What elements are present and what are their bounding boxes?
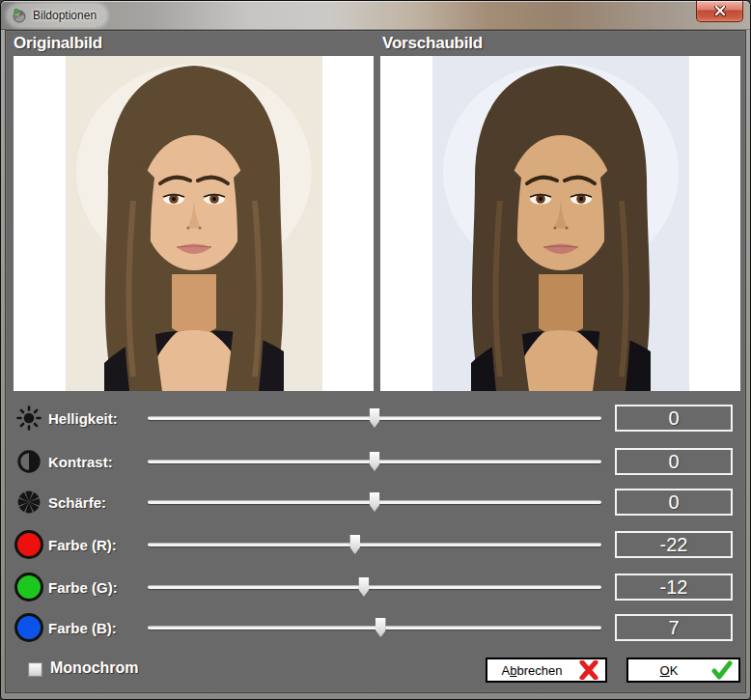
sharpness-icon	[14, 488, 43, 517]
sharpness-slider[interactable]	[148, 500, 601, 504]
dialog-content: Originalbild Vorschaubild H	[5, 30, 746, 693]
blue-channel-row: Farbe (B): 7	[6, 613, 745, 642]
window-title: Bildoptionen	[33, 9, 97, 22]
ok-check-icon	[709, 660, 735, 680]
cancel-button[interactable]: Abbrechen	[486, 658, 607, 683]
blue-channel-icon	[14, 613, 43, 642]
contrast-label: Kontrast:	[48, 454, 113, 470]
red-channel-slider-thumb[interactable]	[349, 535, 360, 554]
green-channel-slider[interactable]	[148, 585, 601, 589]
red-channel-slider[interactable]	[148, 543, 601, 546]
original-image-header: Originalbild	[14, 34, 102, 53]
sharpness-slider-thumb[interactable]	[370, 492, 380, 512]
brightness-slider-thumb[interactable]	[370, 408, 380, 428]
blue-channel-label: Farbe (B):	[48, 620, 117, 636]
title-bar[interactable]: Bildoptionen	[1, 1, 750, 30]
blue-channel-slider[interactable]	[148, 626, 601, 630]
blue-channel-slider-thumb[interactable]	[376, 618, 386, 637]
monochrome-checkbox[interactable]	[28, 662, 42, 677]
monochrome-label: Monochrom	[50, 659, 139, 677]
green-channel-value[interactable]: -12	[615, 574, 733, 601]
red-channel-row: Farbe (R): -22	[6, 530, 745, 559]
original-image	[66, 56, 322, 391]
contrast-row: Kontrast: 0	[6, 447, 745, 476]
brightness-row: Helligkeit: 0	[6, 404, 745, 433]
sharpness-row: Schärfe: 0	[6, 488, 745, 517]
original-image-panel	[14, 56, 374, 391]
contrast-icon	[14, 447, 43, 476]
brightness-icon	[14, 404, 43, 433]
cancel-x-icon	[576, 660, 601, 680]
title-group: Bildoptionen	[8, 5, 106, 26]
app-icon	[12, 8, 27, 23]
ok-button-label: OK	[628, 663, 709, 678]
preview-image-header: Vorschaubild	[382, 34, 483, 53]
brightness-label: Helligkeit:	[48, 410, 118, 427]
green-channel-slider-thumb[interactable]	[358, 577, 369, 597]
contrast-slider-thumb[interactable]	[370, 452, 380, 471]
cancel-button-label: Abbrechen	[487, 663, 576, 678]
green-channel-label: Farbe (G):	[48, 579, 118, 596]
contrast-slider[interactable]	[148, 460, 601, 463]
contrast-value[interactable]: 0	[615, 448, 733, 475]
red-channel-value[interactable]: -22	[615, 531, 733, 558]
close-button[interactable]	[696, 1, 743, 22]
close-icon	[714, 6, 726, 16]
preview-image	[432, 56, 689, 391]
blue-channel-value[interactable]: 7	[615, 614, 733, 641]
preview-image-panel	[380, 56, 740, 391]
green-channel-icon	[14, 573, 43, 602]
sharpness-label: Schärfe:	[48, 494, 106, 511]
brightness-slider[interactable]	[148, 416, 601, 420]
image-options-dialog: Bildoptionen Originalbild Vorschaubild	[0, 0, 751, 700]
ok-button[interactable]: OK	[626, 658, 740, 683]
red-channel-icon	[14, 530, 43, 559]
green-channel-row: Farbe (G): -12	[6, 573, 745, 602]
red-channel-label: Farbe (R):	[48, 537, 117, 553]
sharpness-value[interactable]: 0	[615, 489, 733, 516]
brightness-value[interactable]: 0	[615, 405, 733, 432]
